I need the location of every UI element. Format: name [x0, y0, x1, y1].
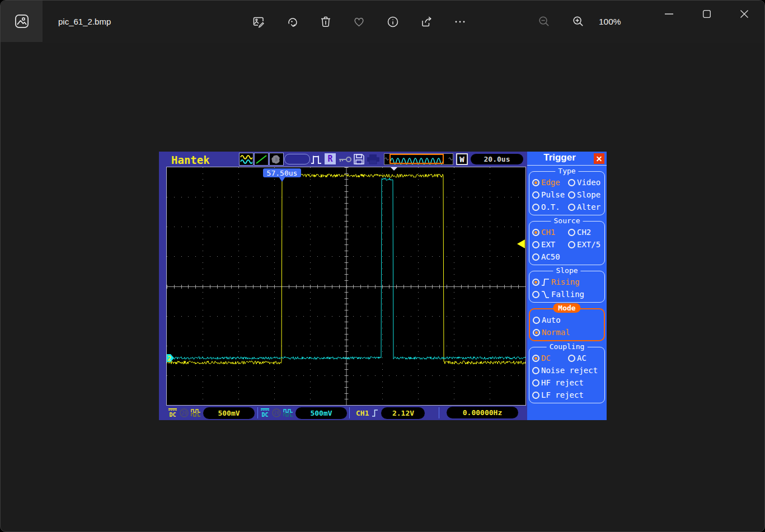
minimize-button[interactable] — [650, 1, 688, 27]
radio-label: EXT/5 — [577, 240, 600, 249]
waveform-preview-strip[interactable] — [384, 153, 453, 165]
radio-circle[interactable] — [532, 229, 539, 236]
radio-option-edge[interactable]: Edge — [532, 178, 568, 187]
key-icon[interactable] — [338, 156, 352, 163]
radio-circle[interactable] — [532, 355, 539, 362]
radio-option-lfreject[interactable]: LF reject — [532, 390, 584, 399]
more-ellipsis-icon — [453, 15, 467, 29]
radio-label: AC — [577, 354, 586, 362]
zoom-in-button[interactable] — [567, 10, 590, 33]
waveform-screen[interactable]: 57.50us2 — [166, 167, 526, 406]
radio-option-ext5[interactable]: EXT/5 — [568, 240, 600, 249]
radio-row: Auto — [531, 314, 603, 326]
radio-circle[interactable] — [532, 253, 539, 261]
radio-option-alter[interactable]: Alter — [568, 203, 600, 211]
radio-circle[interactable] — [532, 191, 539, 199]
waveform-display-button[interactable] — [239, 153, 254, 166]
radio-circle[interactable] — [532, 204, 539, 211]
ch1-squarewave-icon[interactable] — [191, 409, 201, 417]
radio-option-pulse[interactable]: Pulse — [532, 190, 568, 199]
radio-row: DCAC — [531, 352, 603, 364]
ch2-coupling-dc-icon[interactable]: DC — [260, 408, 270, 418]
trigger-level-readout[interactable]: 2.12V — [381, 407, 425, 419]
ch2-squarewave-icon[interactable] — [283, 409, 293, 417]
radio-option-rising[interactable]: Rising — [532, 277, 580, 286]
ch1-bandwidth-20-icon[interactable]: 20 — [180, 408, 189, 417]
group-title-slope: Slope — [553, 266, 580, 275]
rotate-icon — [285, 15, 299, 29]
radio-circle[interactable] — [533, 317, 540, 324]
radio-circle[interactable] — [568, 204, 575, 211]
ch1-scale-readout[interactable]: 500mV — [203, 407, 255, 419]
radio-option-slope[interactable]: Slope — [568, 190, 600, 199]
radio-circle[interactable] — [532, 291, 539, 298]
radio-option-hfreject[interactable]: HF reject — [532, 378, 584, 387]
print-icon[interactable] — [367, 154, 380, 164]
frequency-readout[interactable]: 0.00000Hz — [447, 407, 518, 418]
zoom-level[interactable]: 100% — [599, 17, 621, 27]
radio-option-noisereject[interactable]: Noise reject — [532, 366, 598, 375]
preview-selection-box[interactable] — [389, 154, 444, 164]
save-icon[interactable] — [353, 153, 365, 165]
timebase-readout[interactable]: 20.0us — [471, 154, 523, 164]
trigger-level-arrow[interactable] — [517, 239, 525, 248]
trigger-panel-close-button[interactable]: ✕ — [594, 153, 604, 164]
close-button[interactable] — [725, 1, 763, 27]
more-button[interactable] — [448, 10, 471, 33]
titlebar: pic_61_2.bmp — [1, 1, 764, 43]
w-button[interactable]: W — [456, 153, 468, 165]
radio-option-ot[interactable]: O.T. — [532, 203, 568, 211]
toolbar-field[interactable] — [284, 154, 310, 164]
maximize-button[interactable] — [688, 1, 725, 27]
divider — [439, 407, 439, 418]
edit-image-button[interactable] — [247, 10, 270, 33]
radio-option-ch1[interactable]: CH1 — [532, 228, 568, 237]
radio-circle[interactable] — [533, 329, 540, 336]
zoom-out-button[interactable] — [533, 10, 556, 33]
radio-circle[interactable] — [568, 179, 575, 186]
persistence-button[interactable] — [269, 153, 284, 166]
radio-circle[interactable] — [568, 191, 575, 199]
r-button[interactable]: R — [325, 153, 336, 164]
radio-circle[interactable] — [532, 179, 539, 186]
radio-option-dc[interactable]: DC — [532, 354, 568, 362]
radio-circle[interactable] — [568, 229, 575, 236]
image-tab[interactable] — [1, 1, 43, 42]
line-mode-button[interactable] — [254, 153, 269, 166]
radio-circle[interactable] — [532, 279, 539, 286]
delete-button[interactable] — [314, 10, 337, 33]
delete-icon — [319, 15, 332, 29]
radio-option-normal[interactable]: Normal — [533, 328, 570, 337]
ch2-bandwidth-20-icon[interactable]: 20 — [272, 408, 281, 417]
ch1-coupling-dc-icon[interactable]: DC — [168, 408, 177, 418]
photos-toolbar — [247, 10, 471, 33]
radio-option-ac50[interactable]: AC50 — [532, 252, 560, 261]
ch2-scale-readout[interactable]: 500mV — [295, 407, 347, 419]
radio-option-ac[interactable]: AC — [568, 354, 586, 362]
radio-circle[interactable] — [532, 379, 539, 387]
info-button[interactable] — [381, 10, 404, 33]
favorite-button[interactable] — [348, 10, 370, 33]
trigger-panel: Trigger ✕ TypeEdgeVideoPulseSlopeO.T.Alt… — [527, 152, 607, 420]
share-button[interactable] — [415, 10, 438, 33]
radio-option-ext[interactable]: EXT — [532, 240, 568, 249]
falling-edge-icon — [541, 290, 550, 299]
trigger-group-slope: SlopeRisingFalling — [529, 271, 605, 303]
radio-label: EXT — [541, 240, 555, 249]
radio-option-video[interactable]: Video — [568, 178, 600, 187]
radio-circle[interactable] — [568, 241, 575, 248]
graticule-center-axes — [167, 167, 525, 405]
radio-row: Normal — [531, 326, 603, 338]
radio-option-auto[interactable]: Auto — [533, 316, 561, 324]
radio-circle[interactable] — [532, 241, 539, 248]
radio-row: EXTEXT/5 — [531, 238, 603, 251]
rotate-button[interactable] — [280, 10, 303, 33]
trigger-position-marker[interactable] — [391, 167, 397, 171]
radio-circle[interactable] — [568, 355, 575, 362]
divider — [257, 407, 258, 418]
radio-circle[interactable] — [532, 367, 539, 374]
radio-option-falling[interactable]: Falling — [532, 290, 584, 299]
radio-option-ch2[interactable]: CH2 — [568, 228, 591, 237]
radio-label: CH2 — [577, 228, 591, 237]
radio-circle[interactable] — [532, 392, 539, 399]
